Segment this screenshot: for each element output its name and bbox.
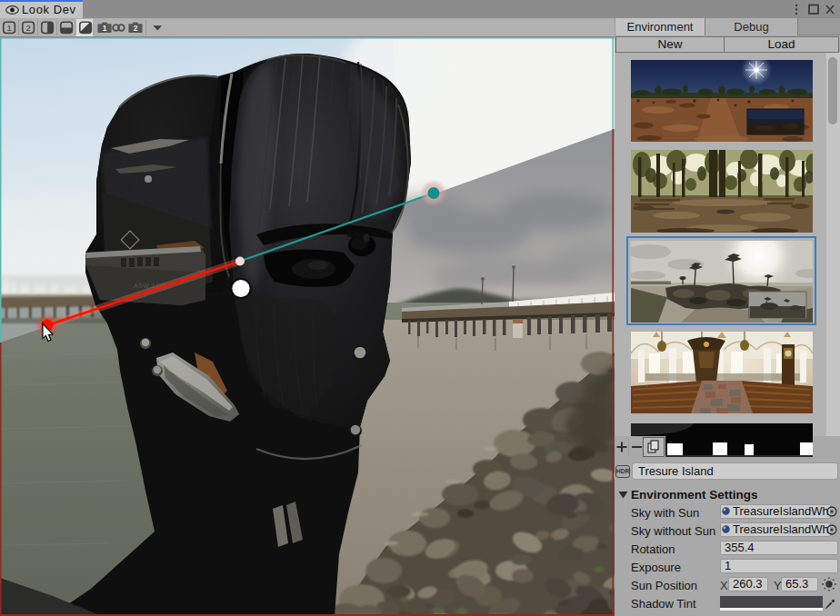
svg-text:2: 2	[25, 23, 30, 33]
svg-text:1: 1	[103, 24, 107, 33]
svg-text:2: 2	[134, 24, 138, 33]
svg-text:1: 1	[6, 23, 11, 33]
